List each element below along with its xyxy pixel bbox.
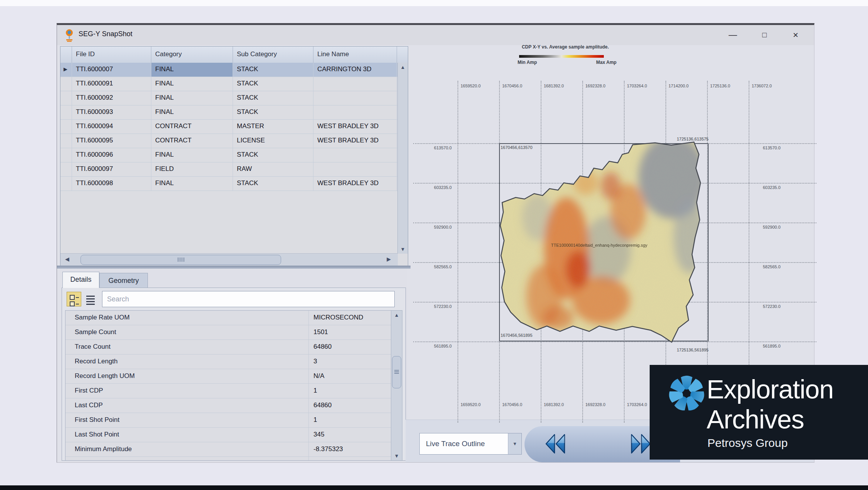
column-header-category[interactable]: Category [151,47,233,63]
property-name: Trace Count [65,340,309,354]
branding-line1: Exploration [707,374,833,404]
table-row[interactable]: TTI.6000093 FINAL STACK [60,105,398,120]
file-table-rows: ▶ TTI.6000007 FINAL STACK CARRINGTON 3D … [60,63,398,191]
details-body: Sample Rate UOM MICROSECOND Sample Count… [62,288,406,461]
table-horizontal-scrollbar[interactable]: ◀ ▶ [60,253,398,266]
row-selector [60,77,72,91]
vscroll-thumb[interactable] [392,356,401,388]
table-row[interactable]: TTI.6000092 FINAL STACK [60,91,398,105]
x-tick-label: 1703264.0 [627,84,647,88]
cell-line-name: WEST BRADLEY 3D [313,134,397,148]
x-tick-label: 1736072.0 [752,84,772,88]
scroll-right-icon[interactable]: ▶ [387,256,391,262]
table-row[interactable]: TTI.6000091 FINAL STACK [60,77,398,91]
property-row[interactable]: Maximum Amplitude 7.723702 [65,457,402,460]
cell-sub-category: STACK [233,91,313,105]
property-row[interactable]: First CDP 1 [65,384,402,398]
thumb-grip [178,258,184,262]
cell-file-id: TTI.6000007 [72,63,151,77]
x-tick-label: 1714200.0 [669,84,689,88]
tab-geometry[interactable]: Geometry [99,273,148,288]
amplitude-colorbar [519,55,604,58]
minimize-icon[interactable]: — [726,29,739,41]
y-tick-label: 561895.0 [763,344,781,348]
scroll-down-icon[interactable]: ▼ [391,453,402,459]
x-tick-label: 1681392.0 [544,84,564,88]
panel-splitter[interactable] [57,266,411,269]
table-row[interactable]: TTI.6000095 CONTRACT LICENSE WEST BRADLE… [60,134,398,148]
cell-line-name: WEST BRADLEY 3D [313,120,397,134]
x-tick-label: 1692328.0 [585,402,605,407]
cell-file-id: TTI.6000094 [72,120,151,134]
scroll-up-icon[interactable]: ▲ [398,64,408,70]
property-row[interactable]: First Shot Point 1 [65,413,402,428]
x-tick-label: 1681392.0 [544,402,564,407]
cell-category: CONTRACT [151,134,233,148]
cell-file-id: TTI.6000093 [72,105,151,119]
previous-trace-button[interactable] [543,431,568,456]
y-tick-label: 572230.0 [417,304,452,309]
property-row[interactable]: Last CDP 64860 [65,398,402,413]
cell-line-name [313,77,397,91]
title-bar[interactable]: SEG-Y SnapShot — □ × [57,25,814,45]
property-row[interactable]: Sample Rate UOM MICROSECOND [65,311,402,325]
branding-banner: Exploration Archives Petrosys Group [650,365,868,460]
scroll-left-icon[interactable]: ◀ [65,256,69,262]
property-name: Minimum Amplitude [65,442,309,457]
table-row[interactable]: TTI.6000097 FIELD RAW [60,162,398,177]
table-vertical-scrollbar[interactable]: ▲ ▼ [397,63,408,254]
chevron-down-icon[interactable]: ▼ [508,433,521,454]
property-value: 1501 [309,325,402,339]
search-input[interactable] [102,291,395,307]
categorized-view-button[interactable] [67,292,81,306]
x-tick-label: 1703264.0 [627,402,647,407]
property-row[interactable]: Trace Count 64860 [65,340,402,355]
property-row[interactable]: Record Length UOM N/A [65,369,402,384]
cell-category: FINAL [151,148,233,162]
table-row[interactable]: ▶ TTI.6000007 FINAL STACK CARRINGTON 3D [60,63,398,77]
property-row[interactable]: Sample Count 1501 [65,325,402,340]
tab-details[interactable]: Details [62,272,99,288]
property-value: N/A [309,369,402,383]
y-tick-label: 572230.0 [763,304,781,309]
alphabetical-view-button[interactable] [84,292,98,306]
map-title: CDP X-Y vs. Average sample amplitude. [517,44,613,50]
column-header-line-name[interactable]: Line Name [313,47,397,63]
app-root: SEG-Y SnapShot — □ × File ID Category Su… [0,0,868,490]
cell-category: FINAL [151,105,233,119]
survey-file-label: TTE100000140deltaid_enhanq-hydeconpremig… [551,243,647,248]
property-row[interactable]: Minimum Amplitude -8.375323 [65,442,402,457]
row-selector-header [60,47,72,63]
scroll-up-icon[interactable]: ▲ [391,312,402,318]
table-row[interactable]: TTI.6000098 FINAL STACK WEST BRADLEY 3D [60,177,398,191]
table-row[interactable]: TTI.6000096 FINAL STACK [60,148,398,162]
cell-category: FINAL [151,177,233,191]
thumb-grip [394,370,399,375]
cell-sub-category: LICENSE [233,134,313,148]
hscroll-thumb[interactable] [80,255,281,265]
property-row[interactable]: Last Shot Point 345 [65,428,402,442]
y-tick-label: 582565.0 [417,264,452,269]
cell-line-name: WEST BRADLEY 3D [313,177,397,191]
property-name: Last CDP [65,398,309,413]
property-name: Record Length UOM [65,369,309,383]
trace-mode-combobox[interactable]: Live Trace Outline ▼ [419,433,522,455]
cell-sub-category: STACK [233,148,313,162]
page-top-strip [0,0,868,6]
cell-file-id: TTI.6000098 [72,177,151,191]
scroll-down-icon[interactable]: ▼ [398,246,408,252]
column-header-filler [397,47,407,63]
cell-category: CONTRACT [151,120,233,134]
maximize-icon[interactable]: □ [758,29,771,41]
close-icon[interactable]: × [789,29,802,41]
property-row[interactable]: Record Length 3 [65,355,402,369]
y-tick-label: 603235.0 [417,185,452,190]
row-selector [60,134,72,148]
colorbar-min-label: Min Amp [518,60,537,65]
table-row[interactable]: TTI.6000094 CONTRACT MASTER WEST BRADLEY… [60,120,398,134]
details-panel: Details Geometry [60,269,407,462]
cell-sub-category: STACK [233,77,313,91]
column-header-file-id[interactable]: File ID [72,47,151,63]
column-header-sub-category[interactable]: Sub Category [233,47,313,63]
propgrid-vertical-scrollbar[interactable]: ▲ ▼ [391,311,402,460]
